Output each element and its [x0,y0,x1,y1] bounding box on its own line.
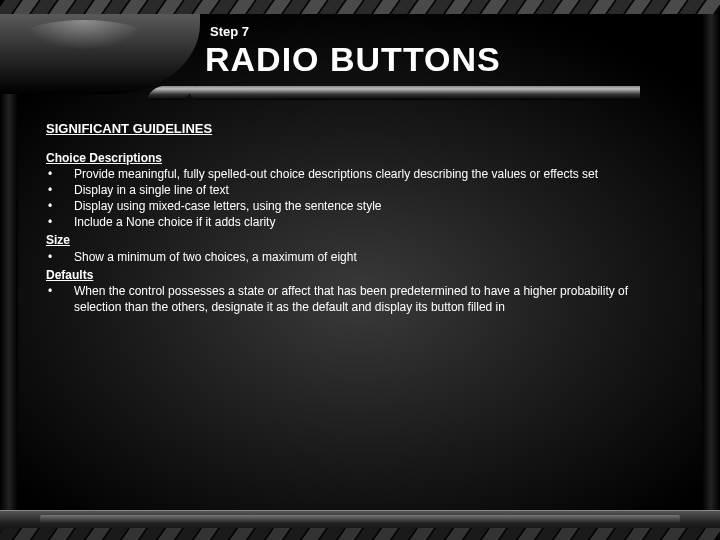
list-item-text: Provide meaningful, fully spelled-out ch… [74,166,674,182]
slide-body: SIGNIFICANT GUIDELINES Choice Descriptio… [46,120,674,317]
list-item: •Display in a single line of text [46,182,674,198]
bullet-icon: • [46,198,74,214]
section-heading: SIGNIFICANT GUIDELINES [46,120,674,138]
title-underline-bar [190,86,640,100]
list-item: •When the control possesses a state or a… [46,283,674,315]
step-label: Step 7 [210,24,249,39]
list-item-text: When the control possesses a state or af… [74,283,674,315]
slide-header: Step 7 RADIO BUTTONS [0,14,720,102]
bullet-icon: • [46,214,74,230]
group-heading: Defaults [46,267,674,283]
bullet-icon: • [46,166,74,182]
list-item: •Display using mixed-case letters, using… [46,198,674,214]
list-item: •Show a minimum of two choices, a maximu… [46,249,674,265]
header-ornament [0,14,200,94]
list-item: •Provide meaningful, fully spelled-out c… [46,166,674,182]
group-list: •When the control possesses a state or a… [46,283,674,315]
slide-title: RADIO BUTTONS [205,40,501,79]
group-heading: Choice Descriptions [46,150,674,166]
list-item-text: Display using mixed-case letters, using … [74,198,674,214]
list-item: •Include a None choice if it adds clarit… [46,214,674,230]
bullet-icon: • [46,249,74,265]
bullet-icon: • [46,182,74,198]
group-heading: Size [46,232,674,248]
list-item-text: Include a None choice if it adds clarity [74,214,674,230]
list-item-text: Display in a single line of text [74,182,674,198]
list-item-text: Show a minimum of two choices, a maximum… [74,249,674,265]
bottom-tick-strip [0,528,720,540]
group-list: •Provide meaningful, fully spelled-out c… [46,166,674,231]
bullet-icon: • [46,283,74,299]
top-tick-strip [0,0,720,14]
group-list: •Show a minimum of two choices, a maximu… [46,249,674,265]
bottom-frame [0,510,720,540]
